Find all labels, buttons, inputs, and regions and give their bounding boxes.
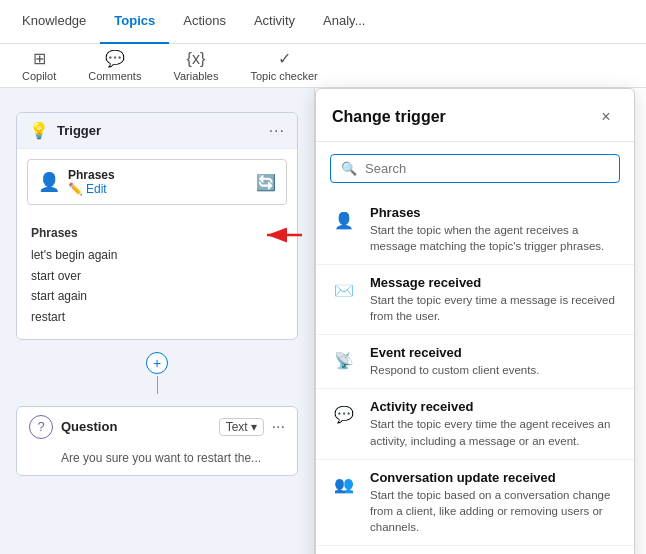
event-received-icon: 📡 [330,346,358,374]
plus-icon: + [153,355,161,371]
option-activity-received[interactable]: 💬 Activity received Start the topic ever… [316,389,634,459]
toolbar-variables[interactable]: {x} Variables [167,46,224,86]
toolbar-topic-checker-label: Topic checker [250,70,317,82]
nav-knowledge[interactable]: Knowledge [8,0,100,44]
toolbar-copilot[interactable]: ⊞ Copilot [16,45,62,86]
add-node-button[interactable]: + [146,352,168,374]
conversation-update-icon: 👥 [330,471,358,499]
top-nav: Knowledge Topics Actions Activity Analy.… [0,0,646,44]
main-content: 💡 Trigger ··· 👤 Phrases ✏️ Edit [0,88,646,554]
trigger-options-list: 👤 Phrases Start the topic when the agent… [316,195,634,554]
variables-icon: {x} [187,50,206,68]
phrase-item-3: start again [31,286,283,306]
question-type-badge[interactable]: Text ▾ [219,418,264,436]
toolbar-variables-label: Variables [173,70,218,82]
option-phrases[interactable]: 👤 Phrases Start the topic when the agent… [316,195,634,265]
topic-checker-icon: ✓ [278,49,291,68]
option-event-desc: Respond to custom client events. [370,362,539,378]
phrases-list: Phrases let's begin again start over sta… [17,215,297,339]
option-phrases-title: Phrases [370,205,620,220]
option-activity-title: Activity received [370,399,620,414]
toolbar-copilot-label: Copilot [22,70,56,82]
toolbar: ⊞ Copilot 💬 Comments {x} Variables ✓ Top… [0,44,646,88]
option-activity-desc: Start the topic every time the agent rec… [370,416,620,448]
trigger-lightning-icon: 💡 [29,121,49,140]
question-icon: ? [29,415,53,439]
option-conversation-update[interactable]: 👥 Conversation update received Start the… [316,460,634,546]
phrases-label: Phrases [68,168,115,182]
pencil-icon: ✏️ [68,182,83,196]
search-icon: 🔍 [341,161,357,176]
phrase-item-1: let's begin again [31,245,283,265]
phrase-item-2: start over [31,266,283,286]
flow-arrow [157,376,158,394]
modal-close-button[interactable]: × [594,105,618,129]
option-event-title: Event received [370,345,539,360]
search-input[interactable] [365,161,609,176]
modal-title: Change trigger [332,108,446,126]
right-panel-partial [635,88,646,554]
nav-topics[interactable]: Topics [100,0,169,44]
edit-link[interactable]: ✏️ Edit [68,182,115,196]
message-received-icon: ✉️ [330,276,358,304]
activity-received-icon: 💬 [330,400,358,428]
toolbar-comments-label: Comments [88,70,141,82]
chevron-down-icon: ▾ [251,420,257,434]
toolbar-topic-checker[interactable]: ✓ Topic checker [244,45,323,86]
change-trigger-modal: Change trigger × 🔍 👤 Phrases Start the t… [315,88,635,554]
phrase-item-4: restart [31,307,283,327]
option-phrases-desc: Start the topic when the agent receives … [370,222,620,254]
question-title: Question [61,419,117,434]
question-card-header: ? Question Text ▾ ··· [17,407,297,447]
question-type-label: Text [226,420,248,434]
comments-icon: 💬 [105,49,125,68]
option-invoke-received[interactable]: ⏸ Invoke received Respond to advanced in… [316,546,634,554]
trigger-title: Trigger [57,123,101,138]
option-conversation-desc: Start the topic based on a conversation … [370,487,620,535]
option-event-received[interactable]: 📡 Event received Respond to custom clien… [316,335,634,389]
question-card: ? Question Text ▾ ··· Are you sure you w… [16,406,298,476]
phrases-person-icon: 👤 [38,171,60,193]
toolbar-comments[interactable]: 💬 Comments [82,45,147,86]
change-trigger-button[interactable]: 🔄 [256,173,276,192]
phrases-card: 👤 Phrases ✏️ Edit 🔄 [27,159,287,205]
option-message-received[interactable]: ✉️ Message received Start the topic ever… [316,265,634,335]
option-message-desc: Start the topic every time a message is … [370,292,620,324]
modal-overlay: Change trigger × 🔍 👤 Phrases Start the t… [315,88,646,554]
copilot-icon: ⊞ [33,49,46,68]
nav-analytics[interactable]: Analy... [309,0,379,44]
nav-actions[interactable]: Actions [169,0,240,44]
modal-header: Change trigger × [316,89,634,142]
option-message-title: Message received [370,275,620,290]
phrases-option-icon: 👤 [330,206,358,234]
question-body: Are you sure you want to restart the... [17,447,297,475]
search-box[interactable]: 🔍 [330,154,620,183]
plus-add-node: + [0,352,314,394]
phrases-list-title: Phrases [31,223,283,243]
option-conversation-title: Conversation update received [370,470,620,485]
nav-activity[interactable]: Activity [240,0,309,44]
trigger-more-button[interactable]: ··· [269,122,285,140]
question-more-button[interactable]: ··· [272,418,285,436]
canvas: 💡 Trigger ··· 👤 Phrases ✏️ Edit [0,88,315,554]
trigger-card: 💡 Trigger ··· 👤 Phrases ✏️ Edit [16,112,298,340]
trigger-card-header: 💡 Trigger ··· [17,113,297,149]
